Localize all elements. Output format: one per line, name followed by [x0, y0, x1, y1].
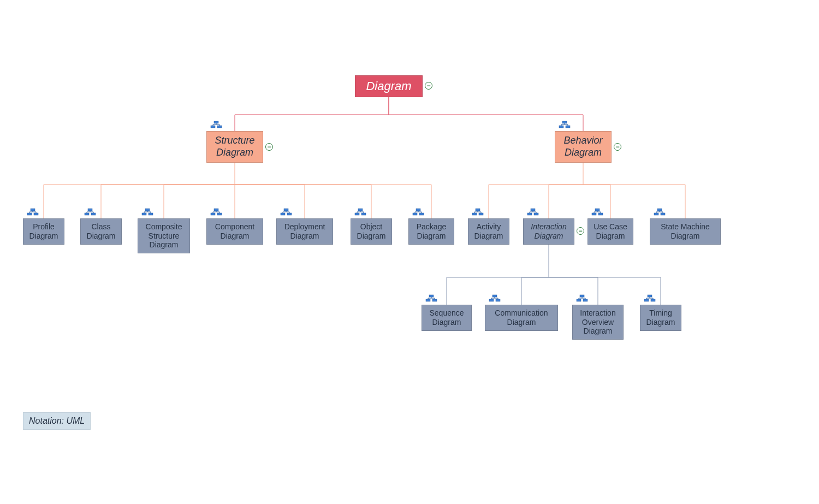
node-label: Timing Diagram — [646, 309, 675, 327]
node-object-diagram[interactable]: Object Diagram — [351, 218, 392, 245]
node-communication-diagram[interactable]: Communication Diagram — [485, 305, 558, 331]
node-label: Interaction Diagram — [531, 222, 566, 241]
node-state-machine-diagram[interactable]: State Machine Diagram — [650, 218, 721, 245]
collapse-toggle-root[interactable]: − — [425, 82, 432, 90]
node-label: State Machine Diagram — [661, 222, 710, 241]
node-label: Sequence Diagram — [429, 309, 464, 327]
node-use-case-diagram[interactable]: Use Case Diagram — [587, 218, 633, 245]
node-component-diagram[interactable]: Component Diagram — [206, 218, 263, 245]
notation-label: Notation: UML — [23, 412, 91, 430]
node-sequence-diagram[interactable]: Sequence Diagram — [422, 305, 472, 331]
node-label: Behavior Diagram — [563, 135, 602, 158]
node-composite-structure-diagram[interactable]: Composite Structure Diagram — [138, 218, 190, 253]
node-label: Activity Diagram — [474, 222, 503, 241]
node-label: Diagram — [366, 79, 411, 93]
node-label: Class Diagram — [87, 222, 116, 241]
node-label: Object Diagram — [357, 222, 386, 241]
node-label: Communication Diagram — [495, 309, 548, 327]
node-label: Composite Structure Diagram — [146, 222, 182, 250]
node-class-diagram[interactable]: Class Diagram — [80, 218, 122, 245]
node-label: Deployment Diagram — [284, 222, 325, 241]
node-label: Interaction Overview Diagram — [580, 309, 615, 336]
node-label: Profile Diagram — [29, 222, 58, 241]
node-diagram[interactable]: Diagram — [355, 75, 423, 97]
node-package-diagram[interactable]: Package Diagram — [408, 218, 454, 245]
collapse-toggle-interaction[interactable]: − — [577, 227, 584, 235]
node-timing-diagram[interactable]: Timing Diagram — [640, 305, 681, 331]
node-interaction-overview-diagram[interactable]: Interaction Overview Diagram — [572, 305, 624, 340]
node-deployment-diagram[interactable]: Deployment Diagram — [276, 218, 333, 245]
node-behavior-diagram[interactable]: Behavior Diagram — [555, 131, 612, 163]
collapse-toggle-structure[interactable]: − — [265, 143, 273, 151]
node-label: Component Diagram — [215, 222, 254, 241]
node-structure-diagram[interactable]: Structure Diagram — [206, 131, 263, 163]
node-label: Structure Diagram — [215, 135, 254, 158]
node-activity-diagram[interactable]: Activity Diagram — [468, 218, 509, 245]
node-label: Package Diagram — [417, 222, 446, 241]
collapse-toggle-behavior[interactable]: − — [614, 143, 621, 151]
node-label: Use Case Diagram — [594, 222, 627, 241]
node-profile-diagram[interactable]: Profile Diagram — [23, 218, 64, 245]
node-interaction-diagram[interactable]: Interaction Diagram — [523, 218, 574, 245]
notation-text: Notation: UML — [29, 416, 85, 425]
